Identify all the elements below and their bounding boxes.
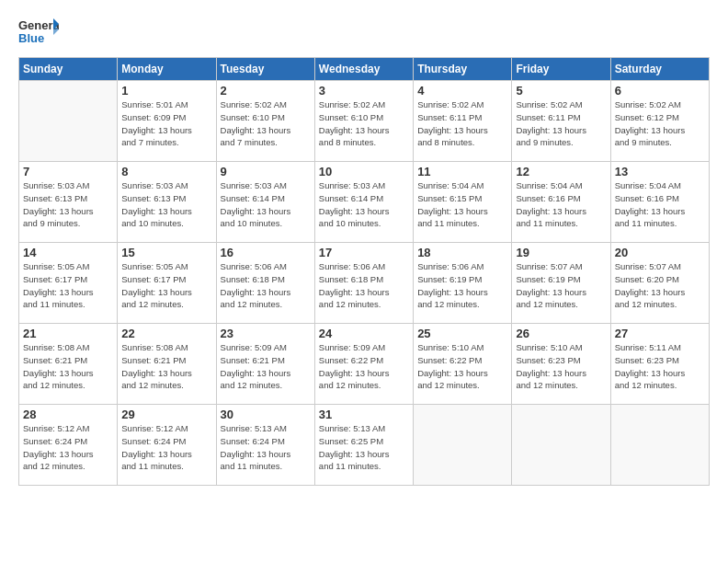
day-info: Sunrise: 5:07 AM Sunset: 6:20 PM Dayligh…: [615, 260, 705, 311]
weekday-header-monday: Monday: [118, 58, 216, 81]
day-info: Sunrise: 5:06 AM Sunset: 6:18 PM Dayligh…: [221, 260, 311, 311]
day-info: Sunrise: 5:04 AM Sunset: 6:15 PM Dayligh…: [417, 179, 507, 230]
calendar-cell: 19Sunrise: 5:07 AM Sunset: 6:19 PM Dayli…: [512, 243, 610, 324]
day-number: 17: [319, 246, 409, 259]
weekday-header-thursday: Thursday: [414, 58, 512, 81]
calendar-cell: [512, 405, 610, 486]
calendar-cell: 23Sunrise: 5:09 AM Sunset: 6:21 PM Dayli…: [216, 324, 314, 405]
day-info: Sunrise: 5:06 AM Sunset: 6:18 PM Dayligh…: [319, 260, 409, 311]
calendar-cell: 15Sunrise: 5:05 AM Sunset: 6:17 PM Dayli…: [118, 243, 216, 324]
calendar-cell: 16Sunrise: 5:06 AM Sunset: 6:18 PM Dayli…: [216, 243, 314, 324]
day-info: Sunrise: 5:02 AM Sunset: 6:10 PM Dayligh…: [221, 98, 311, 149]
day-number: 3: [319, 84, 409, 98]
day-number: 12: [516, 165, 606, 178]
calendar-cell: [19, 81, 118, 162]
day-info: Sunrise: 5:03 AM Sunset: 6:14 PM Dayligh…: [319, 179, 409, 230]
day-info: Sunrise: 5:04 AM Sunset: 6:16 PM Dayligh…: [615, 179, 705, 230]
day-info: Sunrise: 5:02 AM Sunset: 6:10 PM Dayligh…: [319, 98, 409, 149]
day-number: 7: [23, 165, 113, 178]
logo: General Blue: [18, 15, 59, 48]
calendar-cell: 26Sunrise: 5:10 AM Sunset: 6:23 PM Dayli…: [512, 324, 610, 405]
day-info: Sunrise: 5:04 AM Sunset: 6:16 PM Dayligh…: [516, 179, 606, 230]
calendar-cell: 25Sunrise: 5:10 AM Sunset: 6:22 PM Dayli…: [414, 324, 512, 405]
calendar-cell: 11Sunrise: 5:04 AM Sunset: 6:15 PM Dayli…: [414, 162, 512, 243]
page: General Blue SundayMondayTuesdayWednesda…: [0, 0, 728, 563]
day-info: Sunrise: 5:05 AM Sunset: 6:17 PM Dayligh…: [121, 260, 211, 311]
day-number: 16: [221, 246, 311, 259]
day-info: Sunrise: 5:03 AM Sunset: 6:14 PM Dayligh…: [221, 179, 311, 230]
day-number: 14: [23, 246, 113, 259]
calendar-week-5: 28Sunrise: 5:12 AM Sunset: 6:24 PM Dayli…: [19, 405, 710, 486]
svg-text:Blue: Blue: [18, 31, 44, 45]
day-info: Sunrise: 5:11 AM Sunset: 6:23 PM Dayligh…: [615, 341, 705, 392]
calendar-cell: 21Sunrise: 5:08 AM Sunset: 6:21 PM Dayli…: [19, 324, 118, 405]
day-info: Sunrise: 5:10 AM Sunset: 6:23 PM Dayligh…: [516, 341, 606, 392]
day-info: Sunrise: 5:06 AM Sunset: 6:19 PM Dayligh…: [417, 260, 507, 311]
day-number: 4: [417, 84, 507, 98]
day-number: 19: [516, 246, 606, 259]
calendar-cell: 9Sunrise: 5:03 AM Sunset: 6:14 PM Daylig…: [216, 162, 314, 243]
day-info: Sunrise: 5:13 AM Sunset: 6:25 PM Dayligh…: [319, 422, 409, 473]
day-info: Sunrise: 5:02 AM Sunset: 6:11 PM Dayligh…: [417, 98, 507, 149]
day-number: 30: [221, 408, 311, 421]
day-number: 27: [615, 327, 705, 340]
calendar-cell: 12Sunrise: 5:04 AM Sunset: 6:16 PM Dayli…: [512, 162, 610, 243]
day-number: 29: [121, 408, 211, 421]
day-info: Sunrise: 5:03 AM Sunset: 6:13 PM Dayligh…: [23, 179, 113, 230]
day-info: Sunrise: 5:09 AM Sunset: 6:22 PM Dayligh…: [319, 341, 409, 392]
calendar-cell: 3Sunrise: 5:02 AM Sunset: 6:10 PM Daylig…: [314, 81, 413, 162]
day-info: Sunrise: 5:13 AM Sunset: 6:24 PM Dayligh…: [221, 422, 311, 473]
calendar-cell: 7Sunrise: 5:03 AM Sunset: 6:13 PM Daylig…: [19, 162, 118, 243]
header: General Blue: [18, 15, 710, 48]
calendar-week-2: 7Sunrise: 5:03 AM Sunset: 6:13 PM Daylig…: [19, 162, 710, 243]
weekday-header-friday: Friday: [512, 58, 610, 81]
day-info: Sunrise: 5:12 AM Sunset: 6:24 PM Dayligh…: [23, 422, 113, 473]
day-number: 13: [615, 165, 705, 178]
calendar-cell: 1Sunrise: 5:01 AM Sunset: 6:09 PM Daylig…: [118, 81, 216, 162]
day-info: Sunrise: 5:03 AM Sunset: 6:13 PM Dayligh…: [121, 179, 211, 230]
day-number: 9: [221, 165, 311, 178]
day-number: 15: [121, 246, 211, 259]
day-info: Sunrise: 5:02 AM Sunset: 6:11 PM Dayligh…: [516, 98, 606, 149]
weekday-header-saturday: Saturday: [610, 58, 709, 81]
day-number: 28: [23, 408, 113, 421]
calendar-cell: 8Sunrise: 5:03 AM Sunset: 6:13 PM Daylig…: [118, 162, 216, 243]
weekday-header-row: SundayMondayTuesdayWednesdayThursdayFrid…: [19, 58, 710, 81]
calendar-table: SundayMondayTuesdayWednesdayThursdayFrid…: [18, 57, 710, 486]
day-number: 8: [121, 165, 211, 178]
day-number: 22: [121, 327, 211, 340]
calendar-cell: 13Sunrise: 5:04 AM Sunset: 6:16 PM Dayli…: [610, 162, 709, 243]
day-info: Sunrise: 5:12 AM Sunset: 6:24 PM Dayligh…: [121, 422, 211, 473]
calendar-cell: 14Sunrise: 5:05 AM Sunset: 6:17 PM Dayli…: [19, 243, 118, 324]
weekday-header-sunday: Sunday: [19, 58, 118, 81]
calendar-cell: 4Sunrise: 5:02 AM Sunset: 6:11 PM Daylig…: [414, 81, 512, 162]
calendar-week-1: 1Sunrise: 5:01 AM Sunset: 6:09 PM Daylig…: [19, 81, 710, 162]
day-info: Sunrise: 5:08 AM Sunset: 6:21 PM Dayligh…: [121, 341, 211, 392]
day-number: 5: [516, 84, 606, 98]
calendar-cell: 2Sunrise: 5:02 AM Sunset: 6:10 PM Daylig…: [216, 81, 314, 162]
day-number: 26: [516, 327, 606, 340]
calendar-cell: 27Sunrise: 5:11 AM Sunset: 6:23 PM Dayli…: [610, 324, 709, 405]
calendar-week-4: 21Sunrise: 5:08 AM Sunset: 6:21 PM Dayli…: [19, 324, 710, 405]
calendar-cell: 20Sunrise: 5:07 AM Sunset: 6:20 PM Dayli…: [610, 243, 709, 324]
calendar-cell: 29Sunrise: 5:12 AM Sunset: 6:24 PM Dayli…: [118, 405, 216, 486]
svg-text:General: General: [18, 18, 59, 32]
day-info: Sunrise: 5:08 AM Sunset: 6:21 PM Dayligh…: [23, 341, 113, 392]
calendar-cell: 17Sunrise: 5:06 AM Sunset: 6:18 PM Dayli…: [314, 243, 413, 324]
day-number: 21: [23, 327, 113, 340]
weekday-header-tuesday: Tuesday: [216, 58, 314, 81]
day-info: Sunrise: 5:01 AM Sunset: 6:09 PM Dayligh…: [121, 98, 211, 149]
day-number: 2: [221, 84, 311, 98]
weekday-header-wednesday: Wednesday: [314, 58, 413, 81]
day-number: 23: [221, 327, 311, 340]
day-info: Sunrise: 5:10 AM Sunset: 6:22 PM Dayligh…: [417, 341, 507, 392]
calendar-cell: [610, 405, 709, 486]
calendar-cell: 28Sunrise: 5:12 AM Sunset: 6:24 PM Dayli…: [19, 405, 118, 486]
day-number: 10: [319, 165, 409, 178]
day-info: Sunrise: 5:05 AM Sunset: 6:17 PM Dayligh…: [23, 260, 113, 311]
day-info: Sunrise: 5:07 AM Sunset: 6:19 PM Dayligh…: [516, 260, 606, 311]
calendar-cell: 22Sunrise: 5:08 AM Sunset: 6:21 PM Dayli…: [118, 324, 216, 405]
calendar-cell: 5Sunrise: 5:02 AM Sunset: 6:11 PM Daylig…: [512, 81, 610, 162]
day-number: 20: [615, 246, 705, 259]
day-info: Sunrise: 5:09 AM Sunset: 6:21 PM Dayligh…: [221, 341, 311, 392]
